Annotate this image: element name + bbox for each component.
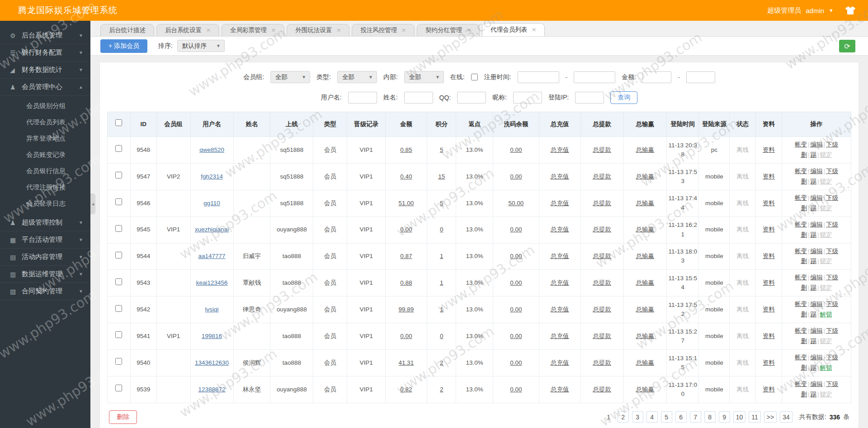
qq-input[interactable] xyxy=(457,92,486,103)
theme-shirt-icon[interactable] xyxy=(845,6,855,14)
page-button-34[interactable]: 34 xyxy=(780,411,793,423)
profile-link[interactable]: 资料 xyxy=(763,253,775,259)
page-button-8[interactable]: 8 xyxy=(704,411,716,423)
username-input[interactable] xyxy=(348,92,377,103)
op-link-帐变[interactable]: 帐变 xyxy=(795,327,807,334)
points-link[interactable]: 0 xyxy=(440,226,443,233)
wash-balance-link[interactable]: 50.00 xyxy=(509,200,524,207)
op-link-帐变[interactable]: 帐变 xyxy=(795,274,807,281)
next-pages-button[interactable]: >> xyxy=(764,411,777,423)
total-withdraw-link[interactable]: 总提款 xyxy=(593,359,612,366)
total-withdraw-link[interactable]: 总提款 xyxy=(593,226,612,233)
amount-link[interactable]: 0.85 xyxy=(400,146,412,153)
amount-link[interactable]: 0.00 xyxy=(400,226,412,233)
profile-link[interactable]: 资料 xyxy=(763,333,775,339)
sidebar-item-row[interactable]: ☰银行财务配置▼ xyxy=(0,44,90,61)
wash-balance-link[interactable]: 0.00 xyxy=(510,333,522,339)
wash-balance-link[interactable]: 0.00 xyxy=(510,279,522,286)
amount-link[interactable]: 41.31 xyxy=(399,359,414,366)
points-link[interactable]: 1 xyxy=(440,306,443,313)
online-checkbox[interactable] xyxy=(471,74,478,80)
delete-button[interactable]: 删除 xyxy=(109,410,137,424)
name-input[interactable] xyxy=(404,92,433,103)
total-deposit-link[interactable]: 总充值 xyxy=(551,333,569,339)
sidebar-subitem[interactable]: 代理会员列表 xyxy=(0,114,90,130)
wash-balance-link[interactable]: 0.00 xyxy=(510,253,522,259)
row-checkbox[interactable] xyxy=(115,385,122,391)
total-winloss-link[interactable]: 总输赢 xyxy=(636,146,655,153)
op-link-帐变[interactable]: 帐变 xyxy=(795,301,807,307)
sidebar-subitem[interactable]: 会员登录日志 xyxy=(0,195,90,212)
op-link-踢[interactable]: 踢 xyxy=(810,311,816,318)
sidebar-subitem[interactable]: 会员账变记录 xyxy=(0,146,90,163)
sidebar-subitem[interactable]: 会员银行信息 xyxy=(0,163,90,179)
profile-link[interactable]: 资料 xyxy=(763,226,775,233)
tab-外围玩法设置[interactable]: 外围玩法设置✕ xyxy=(287,24,349,36)
row-checkbox[interactable] xyxy=(115,198,122,205)
total-winloss-link[interactable]: 总输赢 xyxy=(636,279,655,286)
total-deposit-link[interactable]: 总充值 xyxy=(551,200,569,207)
sidebar-item-row[interactable]: ♟超级管理控制▼ xyxy=(0,214,90,231)
total-withdraw-link[interactable]: 总提款 xyxy=(593,279,612,286)
points-link[interactable]: 1 xyxy=(440,253,443,259)
lock-link[interactable]: 锁定 xyxy=(820,231,832,238)
page-button-5[interactable]: 5 xyxy=(661,411,672,423)
op-link-编辑[interactable]: 编辑 xyxy=(810,221,822,228)
amount-link[interactable]: 0.00 xyxy=(400,333,412,339)
nickname-input[interactable] xyxy=(513,92,542,103)
total-winloss-link[interactable]: 总输赢 xyxy=(636,386,655,393)
lock-link[interactable]: 锁定 xyxy=(820,258,832,264)
tab-代理会员列表[interactable]: 代理会员列表✕ xyxy=(482,23,545,36)
op-link-下级[interactable]: 下级 xyxy=(826,301,838,307)
page-button-4[interactable]: 4 xyxy=(646,411,658,423)
row-checkbox[interactable] xyxy=(115,145,122,152)
op-link-删[interactable]: 删 xyxy=(801,178,807,185)
op-link-下级[interactable]: 下级 xyxy=(826,141,838,148)
op-link-下级[interactable]: 下级 xyxy=(826,221,838,228)
username-link[interactable]: lvsiqi xyxy=(205,306,219,313)
points-link[interactable]: 2 xyxy=(440,359,443,366)
profile-link[interactable]: 资料 xyxy=(763,146,775,153)
close-icon[interactable]: ✕ xyxy=(467,27,471,33)
op-link-编辑[interactable]: 编辑 xyxy=(810,301,822,307)
close-icon[interactable]: ✕ xyxy=(271,27,276,33)
wash-balance-link[interactable]: 0.00 xyxy=(510,306,522,313)
wash-balance-link[interactable]: 0.00 xyxy=(510,173,522,180)
total-deposit-link[interactable]: 总充值 xyxy=(551,306,569,313)
refresh-button[interactable]: ⟳ xyxy=(839,40,855,52)
sidebar-item-row[interactable]: ▧合同契约管理▼ xyxy=(0,283,90,300)
tab-投注风控管理[interactable]: 投注风控管理✕ xyxy=(352,24,415,36)
tab-后台系统设置[interactable]: 后台系统设置✕ xyxy=(156,24,219,36)
amount-from-input[interactable] xyxy=(642,71,671,83)
points-link[interactable]: 1 xyxy=(440,279,443,286)
total-deposit-link[interactable]: 总充值 xyxy=(551,173,569,180)
page-button-6[interactable]: 6 xyxy=(675,411,687,423)
total-winloss-link[interactable]: 总输赢 xyxy=(636,253,655,259)
add-member-button[interactable]: + 添加会员 xyxy=(100,39,147,53)
row-checkbox[interactable] xyxy=(115,172,122,179)
op-link-帐变[interactable]: 帐变 xyxy=(795,381,807,387)
sidebar-item-row[interactable]: ▤活动内容管理▼ xyxy=(0,249,90,266)
op-link-删[interactable]: 删 xyxy=(801,151,807,158)
row-checkbox[interactable] xyxy=(115,331,122,338)
profile-link[interactable]: 资料 xyxy=(763,306,775,313)
page-button-3[interactable]: 3 xyxy=(632,411,643,423)
op-link-编辑[interactable]: 编辑 xyxy=(810,354,822,361)
lock-link[interactable]: 锁定 xyxy=(820,338,832,344)
page-button-9[interactable]: 9 xyxy=(719,411,730,423)
total-deposit-link[interactable]: 总充值 xyxy=(551,279,569,286)
op-link-帐变[interactable]: 帐变 xyxy=(795,354,807,361)
query-button[interactable]: 查询 xyxy=(610,91,637,104)
select-all-checkbox[interactable] xyxy=(115,119,122,126)
sidebar-item-row[interactable]: ♟会员管理中心▲ xyxy=(0,79,90,96)
op-link-编辑[interactable]: 编辑 xyxy=(810,381,822,387)
unlock-link[interactable]: 解锁 xyxy=(820,364,832,371)
profile-link[interactable]: 资料 xyxy=(763,386,775,393)
total-withdraw-link[interactable]: 总提款 xyxy=(593,173,612,180)
points-link[interactable]: 2 xyxy=(440,386,443,393)
sidebar-collapse-handle[interactable]: ◂ xyxy=(90,193,95,214)
op-link-下级[interactable]: 下级 xyxy=(826,194,838,201)
points-link[interactable]: 0 xyxy=(440,333,443,339)
sort-select[interactable]: 默认排序 ▼ xyxy=(177,40,225,52)
op-link-帐变[interactable]: 帐变 xyxy=(795,194,807,201)
